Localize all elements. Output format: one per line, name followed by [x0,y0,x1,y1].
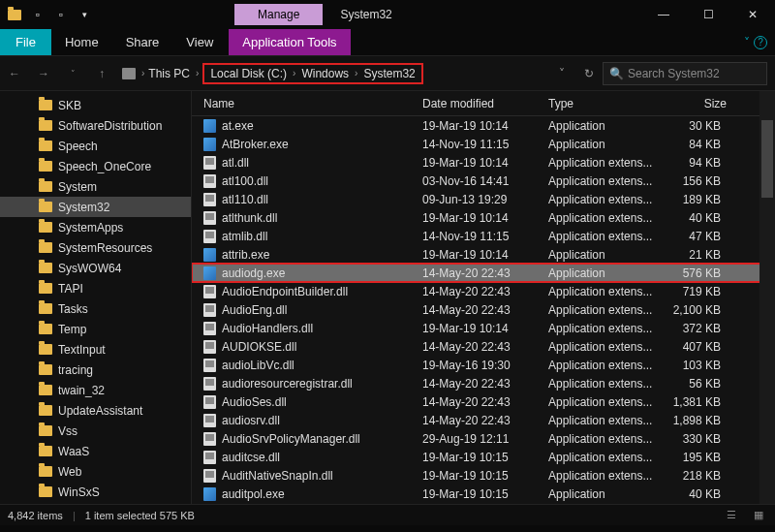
tree-item[interactable]: TextInput [0,339,191,360]
tiles-view-icon[interactable]: ▦ [750,509,767,522]
tree-item[interactable]: Speech_OneCore [0,156,191,176]
ribbon-collapse-icon[interactable]: ˅ [744,36,750,49]
vertical-scrollbar[interactable] [760,91,775,504]
tree-item[interactable]: twain_32 [0,380,191,400]
file-row[interactable]: AudioHandlers.dll19-Mar-19 10:14Applicat… [192,319,775,337]
tree-item[interactable]: TAPI [0,278,191,298]
breadcrumb-pc-icon[interactable]: › [120,68,146,79]
qat-dropdown-icon[interactable]: ▾ [74,4,95,25]
file-name: AudioSrvPolicyManager.dll [222,432,360,446]
col-name[interactable]: Name [192,97,422,110]
column-headers[interactable]: Name Date modified Type Size [192,91,775,116]
file-row[interactable]: atl100.dll03-Nov-16 14:41Application ext… [192,172,775,190]
file-row[interactable]: AuditNativeSnapIn.dll19-Mar-19 10:15Appl… [192,466,775,485]
history-dropdown-icon[interactable]: ˅ [58,59,87,88]
tree-item[interactable]: SystemApps [0,217,191,237]
file-row[interactable]: audioLibVc.dll19-May-16 19:30Application… [192,356,775,374]
breadcrumb-system32[interactable]: System32 [361,67,417,80]
file-size: 372 KB [665,322,736,335]
file-row[interactable]: auditpol.exe19-Mar-19 10:15Application40… [192,485,775,503]
file-row[interactable]: AUDIOKSE.dll14-May-20 22:43Application e… [192,337,775,356]
breadcrumb-thispc[interactable]: This PC› [146,67,201,80]
file-row[interactable]: AudioSes.dll14-May-20 22:43Application e… [192,392,775,411]
tree-item[interactable]: System32 [0,197,191,217]
tree-item[interactable]: tracing [0,360,191,380]
file-size: 84 KB [665,138,736,151]
file-name: atmlib.dll [222,230,267,243]
file-row[interactable]: atmlib.dll14-Nov-19 11:15Application ext… [192,227,775,245]
share-tab[interactable]: Share [112,29,173,55]
tree-item-label: Speech_OneCore [58,160,151,173]
tree-item[interactable]: Web [0,461,191,482]
file-row[interactable]: AudioSrvPolicyManager.dll29-Aug-19 12:11… [192,429,775,448]
file-row[interactable]: atl.dll19-Mar-19 10:14Application extens… [192,153,775,172]
folder-icon [39,120,52,131]
file-type: Application extens... [548,285,665,298]
application-tools-tab[interactable]: Application Tools [229,29,350,55]
file-row[interactable]: audioresourceregistrar.dll14-May-20 22:4… [192,374,775,392]
file-row[interactable]: at.exe19-Mar-19 10:14Application30 KB [192,116,775,135]
help-icon[interactable]: ? [754,36,767,49]
col-size[interactable]: Size [665,97,736,110]
file-row[interactable]: auditcse.dll19-Mar-19 10:15Application e… [192,448,775,466]
qat-icon[interactable]: ▫ [27,4,48,25]
tree-item[interactable]: SystemResources [0,237,191,258]
folder-icon [39,405,52,416]
file-tab[interactable]: File [0,29,51,55]
tree-item[interactable]: WinSxS [0,482,191,502]
close-button[interactable]: ✕ [730,0,775,29]
folder-icon [39,446,52,456]
file-row[interactable]: attrib.exe19-Mar-19 10:14Application21 K… [192,245,775,264]
file-size: 156 KB [665,174,736,188]
file-type: Application [548,487,665,501]
tree-item[interactable]: WaaS [0,441,191,461]
tree-item[interactable]: Tasks [0,298,191,319]
tree-item-label: tracing [58,363,93,377]
minimize-button[interactable]: — [641,0,686,29]
col-date[interactable]: Date modified [422,97,548,110]
breadcrumb-windows[interactable]: Windows› [299,67,359,80]
view-tab[interactable]: View [172,29,227,55]
back-button[interactable]: ← [0,59,29,88]
tree-item-label: SoftwareDistribution [58,119,162,133]
maximize-button[interactable]: ☐ [686,0,730,29]
file-date: 09-Jun-13 19:29 [422,193,548,206]
search-input[interactable]: 🔍 Search System32 [603,62,767,85]
forward-button[interactable]: → [29,59,58,88]
file-date: 19-Mar-19 10:14 [422,156,548,170]
file-row[interactable]: AtBroker.exe14-Nov-19 11:15Application84… [192,135,775,153]
file-type: Application extens... [548,414,665,427]
folder-tree[interactable]: SKBSoftwareDistributionSpeechSpeech_OneC… [0,91,192,504]
qat-icon[interactable]: ▫ [50,4,72,25]
tree-item[interactable]: SKB [0,95,191,115]
details-view-icon[interactable]: ☰ [723,509,740,522]
file-name: auditcse.dll [222,451,280,464]
tree-item[interactable]: System [0,176,191,197]
file-row[interactable]: atlthunk.dll19-Mar-19 10:14Application e… [192,208,775,227]
manage-tab[interactable]: Manage [234,4,323,25]
file-name: AudioEndpointBuilder.dll [222,285,348,298]
tree-item[interactable]: UpdateAssistant [0,400,191,421]
file-row[interactable]: atl110.dll09-Jun-13 19:29Application ext… [192,190,775,208]
home-tab[interactable]: Home [51,29,112,55]
file-list[interactable]: at.exe19-Mar-19 10:14Application30 KBAtB… [192,116,775,503]
tree-item[interactable]: Vss [0,421,191,441]
file-size: 218 KB [665,469,736,483]
tree-item[interactable]: SoftwareDistribution [0,115,191,136]
tree-item[interactable]: Temp [0,319,191,339]
breadcrumb-localdisk[interactable]: Local Disk (C:)› [208,67,297,80]
file-row[interactable]: AudioEng.dll14-May-20 22:43Application e… [192,300,775,319]
file-size: 30 KB [665,119,736,133]
tree-item[interactable]: Speech [0,136,191,156]
tree-item-label: TextInput [58,343,106,357]
tree-item[interactable]: SysWOW64 [0,258,191,278]
address-dropdown-icon[interactable]: ˅ [548,67,575,80]
col-type[interactable]: Type [548,97,665,110]
file-row[interactable]: audiodg.exe14-May-20 22:43Application576… [192,264,775,282]
file-row[interactable]: audiosrv.dll14-May-20 22:43Application e… [192,411,775,429]
refresh-icon[interactable]: ↻ [575,67,603,80]
file-row[interactable]: AudioEndpointBuilder.dll14-May-20 22:43A… [192,282,775,300]
file-type: Application extens... [548,395,665,409]
scrollbar-thumb[interactable] [761,120,773,198]
up-button[interactable]: ↑ [87,59,116,88]
